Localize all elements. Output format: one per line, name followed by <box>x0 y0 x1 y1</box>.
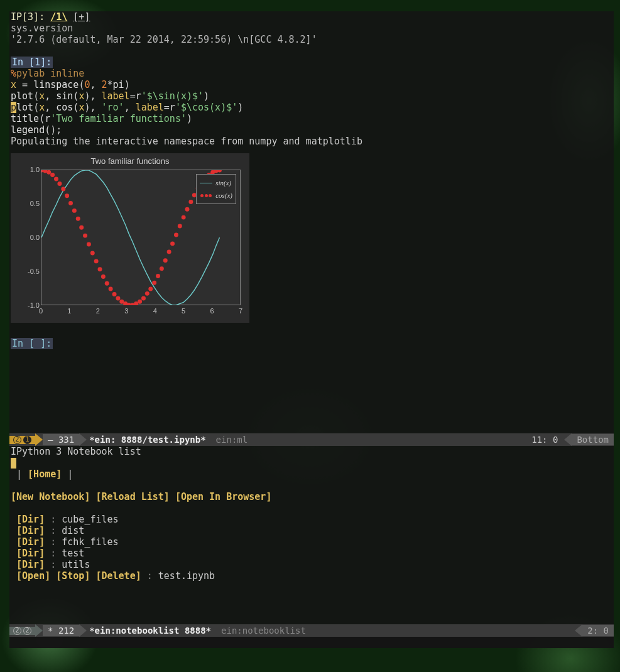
svg-point-36 <box>170 241 175 246</box>
svg-point-1 <box>43 170 47 173</box>
home-button[interactable]: [Home] <box>28 469 62 480</box>
modeline2-badge2: 2 <box>23 627 31 635</box>
modeline2-badge1: 2 <box>13 627 21 635</box>
notebook-pane[interactable]: sys.version '2.7.6 (default, Mar 22 2014… <box>9 23 614 360</box>
svg-point-14 <box>90 251 95 255</box>
cell1-line3[interactable]: plot(x, sin(x), label=r'$\sin(x)$') <box>11 90 612 102</box>
svg-point-31 <box>152 281 156 285</box>
cursor-pos-2: 2: 0 <box>582 625 614 636</box>
svg-point-9 <box>72 209 77 213</box>
major-mode-2: ein:notebooklist <box>214 625 306 636</box>
legend-sin: sin(x) <box>215 177 231 188</box>
chart-axes: sin(x) cos(x) <box>41 170 241 305</box>
svg-point-11 <box>79 225 84 230</box>
svg-point-34 <box>163 258 168 263</box>
chart-title: Two familiar functions <box>11 156 249 167</box>
svg-point-6 <box>61 187 65 192</box>
svg-point-3 <box>50 173 55 177</box>
svg-point-17 <box>101 274 106 279</box>
tab-prefix: IP[3]: <box>11 11 45 23</box>
svg-point-16 <box>98 267 102 271</box>
svg-point-15 <box>94 259 99 263</box>
modeline1-badge2: 1 <box>23 436 31 444</box>
svg-point-13 <box>87 242 91 247</box>
svg-point-38 <box>178 224 182 229</box>
cell1-line6[interactable]: legend(); <box>11 124 612 136</box>
scroll-pos-1: Bottom <box>572 434 614 445</box>
svg-point-40 <box>185 207 190 212</box>
buffer-name-1: *ein: 8888/test.ipynb* <box>87 434 208 445</box>
dir-row[interactable]: [Dir] : dist <box>11 525 612 536</box>
svg-point-5 <box>57 182 62 186</box>
modeline-bottom: 2 2 * 212 *ein:notebooklist 8888* ein:no… <box>9 624 614 637</box>
buffer-name-2: *ein:notebooklist 8888* <box>87 625 214 636</box>
svg-point-32 <box>156 274 160 278</box>
legend-cos: cos(x) <box>215 190 232 201</box>
svg-point-2 <box>46 170 51 175</box>
svg-point-8 <box>68 201 73 205</box>
svg-point-35 <box>167 249 171 254</box>
svg-point-10 <box>76 217 80 221</box>
svg-point-20 <box>112 292 117 296</box>
cursor-pos-1: 11: 0 <box>525 434 564 445</box>
dir-row[interactable]: [Dir] : utils <box>11 559 612 570</box>
svg-point-29 <box>145 291 150 296</box>
chart-legend: sin(x) cos(x) <box>196 174 236 204</box>
dir-row[interactable]: [Dir] : cube_files <box>11 514 612 525</box>
cell1-prompt: In [1]: <box>11 57 53 68</box>
cell0-output-line1: sys.version <box>11 23 612 34</box>
modeline1-badge1: 2 <box>13 436 21 444</box>
cell1-line2[interactable]: x = linspace(0, 2*pi) <box>11 79 612 90</box>
svg-point-30 <box>148 286 153 291</box>
modeline-top: 2 1 – 331 *ein: 8888/test.ipynb* ein:ml … <box>9 433 614 446</box>
pane2-cursor <box>11 458 16 469</box>
nb-delete-button[interactable]: [Delete] <box>95 570 141 582</box>
svg-point-37 <box>174 233 178 237</box>
svg-point-7 <box>65 193 69 198</box>
svg-point-28 <box>141 296 146 300</box>
minibuffer[interactable] <box>9 637 614 648</box>
tab-current[interactable]: /1\ <box>50 11 67 23</box>
notebooklist-pane[interactable]: IPython 3 Notebook list | [Home] | [New … <box>9 446 614 582</box>
svg-point-41 <box>188 200 193 204</box>
svg-point-4 <box>54 176 58 181</box>
svg-point-49 <box>217 170 222 172</box>
tab-add[interactable]: [+] <box>73 11 90 23</box>
svg-point-27 <box>138 300 142 304</box>
svg-point-21 <box>116 296 120 300</box>
nb-stop-button[interactable]: [Stop] <box>56 570 90 582</box>
cell1-line5[interactable]: title(r'Two familiar functions') <box>11 113 612 124</box>
tab-bar: IP[3]: /1\ [+] <box>9 11 614 23</box>
major-mode-1: ein:ml <box>209 434 248 445</box>
open-in-browser-button[interactable]: [Open In Browser] <box>175 491 272 502</box>
svg-point-18 <box>105 281 109 286</box>
text-cursor: p <box>11 102 16 113</box>
reload-list-button[interactable]: [Reload List] <box>95 491 169 502</box>
nb-open-button[interactable]: [Open] <box>16 570 50 582</box>
dir-row[interactable]: [Dir] : test <box>11 548 612 559</box>
cell1-line1[interactable]: %pylab inline <box>11 68 612 79</box>
new-notebook-button[interactable]: [New Notebook] <box>11 491 90 502</box>
nb-filename: test.ipynb <box>158 570 215 582</box>
svg-point-39 <box>182 215 186 220</box>
cell0-output-line2: '2.7.6 (default, Mar 22 2014, 22:59:56) … <box>11 34 612 45</box>
dir-row[interactable]: [Dir] : fchk_files <box>11 536 612 548</box>
notebooklist-title: IPython 3 Notebook list <box>11 446 612 457</box>
cell1-stdout: Populating the interactive namespace fro… <box>11 136 612 147</box>
cell2-prompt: In [ ]: <box>11 338 53 349</box>
svg-point-33 <box>160 266 164 271</box>
svg-point-19 <box>109 286 113 291</box>
svg-point-22 <box>119 300 124 304</box>
cell1-line4[interactable]: plot(x, cos(x), 'ro', label=r'$\cos(x)$'… <box>11 102 612 113</box>
svg-point-12 <box>83 234 87 238</box>
chart-output: Two familiar functions -1.0-0.50.00.51.0… <box>11 153 249 323</box>
